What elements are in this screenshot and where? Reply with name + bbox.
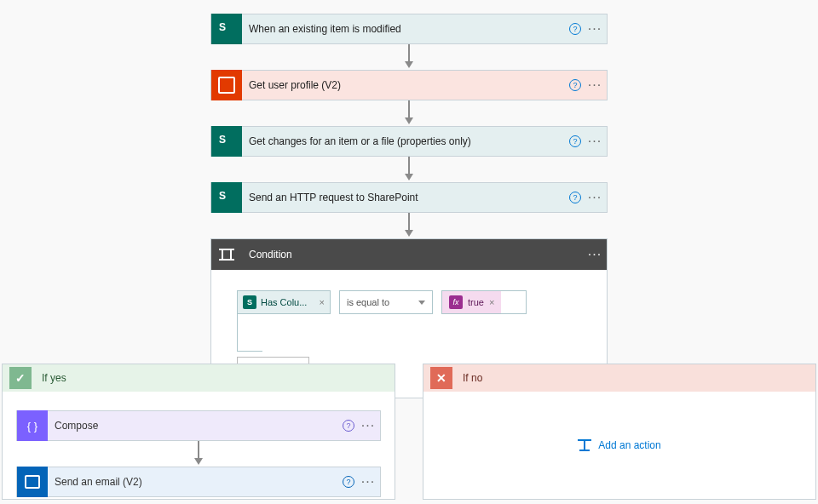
- help-icon[interactable]: ?: [341, 476, 356, 488]
- help-icon[interactable]: ?: [567, 135, 583, 147]
- if-yes-header[interactable]: ✓ If yes: [3, 364, 395, 392]
- token-text: Has Colu...: [261, 297, 315, 307]
- sharepoint-icon: S: [243, 295, 256, 309]
- connector-arrow: [400, 44, 418, 70]
- step-menu[interactable]: ···: [356, 418, 380, 433]
- remove-token-icon[interactable]: ×: [320, 297, 325, 307]
- condition-header[interactable]: Condition ···: [211, 239, 607, 270]
- sharepoint-icon: [211, 14, 242, 44]
- step-send-email[interactable]: Send an email (V2) ? ···: [16, 467, 381, 497]
- step-menu[interactable]: ···: [356, 474, 380, 490]
- sharepoint-icon: [211, 126, 242, 157]
- connector-arrow: [400, 100, 418, 126]
- if-no-header[interactable]: ✕ If no: [423, 364, 815, 392]
- step-get-user-profile[interactable]: Get user profile (V2) ? ···: [210, 70, 608, 100]
- office365-icon: [211, 70, 242, 100]
- close-icon: ✕: [430, 367, 452, 389]
- help-icon[interactable]: ?: [341, 420, 356, 432]
- connector-arrow: [400, 157, 418, 182]
- branch-label: If yes: [42, 372, 66, 384]
- fx-icon: fx: [449, 295, 463, 309]
- step-menu[interactable]: ···: [583, 21, 607, 37]
- step-menu[interactable]: ···: [583, 190, 607, 205]
- condition-left-operand[interactable]: S Has Colu... ×: [237, 290, 331, 314]
- condition-operator-select[interactable]: is equal to: [339, 290, 433, 314]
- step-menu[interactable]: ···: [583, 247, 607, 262]
- compose-icon: { }: [17, 410, 48, 441]
- sharepoint-icon: [211, 182, 242, 213]
- step-get-changes[interactable]: Get changes for an item or a file (prope…: [210, 126, 608, 157]
- add-action-label: Add an action: [598, 439, 660, 451]
- condition-icon: [211, 239, 242, 270]
- if-yes-branch: ✓ If yes { } Compose ? ··· Send an email…: [2, 364, 395, 500]
- step-compose[interactable]: { } Compose ? ···: [16, 410, 381, 441]
- step-label: When an existing item is modified: [242, 23, 567, 35]
- step-menu[interactable]: ···: [583, 134, 607, 149]
- branch-label: If no: [463, 372, 482, 384]
- step-sharepoint-trigger[interactable]: When an existing item is modified ? ···: [210, 14, 608, 44]
- condition-right-operand[interactable]: fx true ×: [441, 290, 527, 314]
- check-icon: ✓: [9, 367, 32, 389]
- help-icon[interactable]: ?: [567, 23, 583, 35]
- add-action-icon: [578, 439, 591, 451]
- connector-arrow: [400, 213, 418, 238]
- help-icon[interactable]: ?: [567, 192, 583, 203]
- step-label: Send an HTTP request to SharePoint: [242, 192, 567, 203]
- connector-arrow: [190, 441, 207, 467]
- step-label: Get user profile (V2): [242, 79, 567, 91]
- remove-token-icon[interactable]: ×: [489, 297, 494, 307]
- step-http-sharepoint[interactable]: Send an HTTP request to SharePoint ? ···: [210, 182, 608, 213]
- help-icon[interactable]: ?: [567, 79, 583, 91]
- operator-label: is equal to: [347, 297, 389, 307]
- outlook-icon: [17, 467, 48, 497]
- step-menu[interactable]: ···: [583, 77, 607, 93]
- condition-join-edge: [237, 314, 262, 352]
- step-label: Get changes for an item or a file (prope…: [242, 135, 567, 147]
- condition-title: Condition: [242, 249, 583, 261]
- step-label: Send an email (V2): [48, 476, 341, 488]
- step-label: Compose: [48, 420, 341, 432]
- chevron-down-icon: [418, 301, 425, 305]
- add-action-button[interactable]: Add an action: [578, 439, 660, 451]
- if-no-branch: ✕ If no Add an action: [423, 364, 816, 500]
- token-text: true: [468, 297, 484, 307]
